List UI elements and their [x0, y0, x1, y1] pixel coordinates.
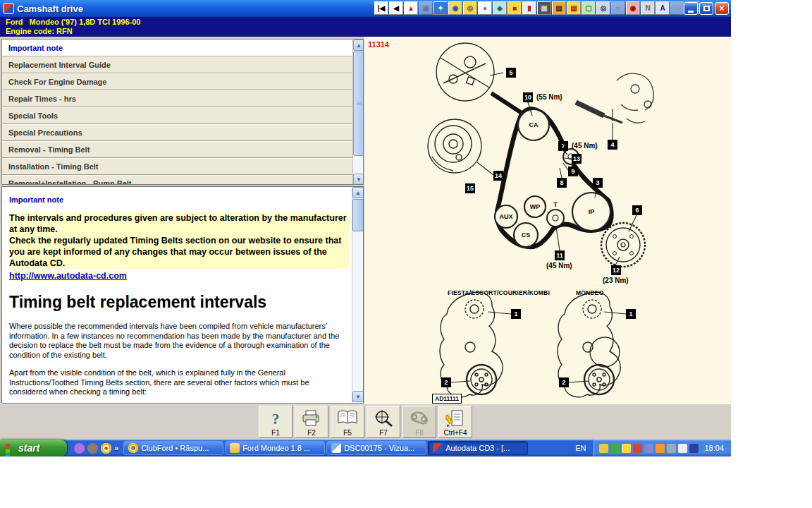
- vehicle-model: Ford Mondeo ('97) 1,8D TCI 1996-00: [6, 18, 731, 27]
- taskbar: start » ClubFord • Răspu...Ford Mondeo 1…: [0, 440, 731, 456]
- window-title: Camshaft drive: [17, 4, 83, 14]
- section-list-item-1[interactable]: Important note: [2, 40, 352, 56]
- tray-mouse-icon[interactable]: [678, 444, 687, 453]
- tray-update-icon[interactable]: [656, 444, 665, 453]
- diagram-callout-14: 14: [493, 171, 503, 181]
- ignition-icon[interactable]: ▤: [552, 1, 566, 15]
- quick-launch-icon-3[interactable]: [101, 443, 111, 454]
- quick-launch-overflow-icon[interactable]: »: [114, 444, 118, 452]
- pulley-label-cs: CS: [522, 231, 531, 238]
- windows-flag-icon: [6, 443, 15, 453]
- electrics-icon[interactable]: N: [641, 1, 655, 15]
- task-button-3[interactable]: DSC00175 - Vizua...: [326, 441, 426, 455]
- important-note-text: The intervals and procedures given are s…: [9, 212, 349, 269]
- article-title: Timing belt replacement intervals: [9, 293, 345, 312]
- engine-photo-icon[interactable]: ▦: [537, 1, 551, 15]
- restore-button[interactable]: [699, 2, 713, 15]
- tyres-icon[interactable]: ●: [478, 1, 492, 15]
- diagram-callout-5: 5: [506, 68, 516, 78]
- diagram-callout-15: 15: [465, 183, 475, 193]
- axle-icon[interactable]: ◎: [596, 1, 610, 15]
- titlebar-toolbar: |◀◀▲▣✦◉◎●◆■▮▦▤▤▢◎~◉NA◌▫: [374, 1, 699, 15]
- window-icon: ▣: [419, 1, 433, 15]
- tray-antivirus-icon[interactable]: [610, 444, 620, 453]
- zoom-f-button[interactable]: F7: [367, 406, 400, 438]
- first-record-icon[interactable]: |◀: [374, 1, 388, 15]
- gears-icon: ◌: [670, 1, 684, 15]
- zoom-icon: [367, 407, 400, 430]
- section-list-item-5[interactable]: Special Tools: [2, 107, 352, 124]
- language-indicator[interactable]: EN: [568, 444, 593, 452]
- section-list-item-2[interactable]: Replacement Interval Guide: [2, 56, 352, 73]
- printer-f-button[interactable]: F2: [295, 406, 328, 438]
- previous-record-icon[interactable]: ◀: [389, 1, 403, 15]
- key-data-icon[interactable]: ▤: [567, 1, 581, 15]
- section-list-item-7[interactable]: Removal - Timing Belt: [2, 141, 352, 158]
- tray-battery-icon[interactable]: [689, 444, 699, 453]
- commercial-icon[interactable]: ■: [508, 1, 522, 15]
- section-list-item-9[interactable]: Removal+Installation - Pump Belt: [2, 175, 352, 185]
- wheel-alignment-icon[interactable]: ◎: [463, 1, 477, 15]
- taskbar-clock: 18:04: [704, 444, 724, 452]
- tray-display-icon[interactable]: [633, 444, 642, 453]
- brakes-icon[interactable]: ◉: [626, 1, 640, 15]
- help-icon: ?: [259, 407, 292, 430]
- diagram-callout-12: 12: [611, 265, 621, 275]
- torque-label: (45 Nm): [572, 142, 598, 150]
- diagram-callout-2: 2: [441, 377, 451, 387]
- section-list-item-8[interactable]: Installation - Timing Belt: [2, 158, 352, 175]
- doors-icon[interactable]: ▮: [522, 1, 536, 15]
- scroll-down-icon[interactable]: ▼: [352, 391, 364, 402]
- diagram-callout-1: 1: [511, 309, 521, 319]
- f-key-label: F2: [295, 430, 328, 437]
- sketch-icon: ~: [611, 1, 625, 15]
- scroll-up-icon[interactable]: ▲: [353, 40, 364, 51]
- tray-volume-icon[interactable]: [667, 444, 676, 453]
- notes-icon: [439, 407, 472, 430]
- book-f-button[interactable]: F5: [331, 406, 364, 438]
- desktop-screen: Camshaft drive |◀◀▲▣✦◉◎●◆■▮▦▤▤▢◎~◉NA◌▫ ×…: [0, 0, 731, 456]
- section-list-item-4[interactable]: Repair Times - hrs: [2, 90, 352, 107]
- scroll-down-icon[interactable]: ▼: [353, 174, 364, 185]
- task-button-2[interactable]: Ford Mondeo 1.8 ...: [225, 441, 325, 455]
- window-controls: ×: [684, 2, 729, 15]
- scrollbar-thumb[interactable]: [353, 52, 364, 156]
- task-button-4[interactable]: Autodata CD3 - [...: [428, 441, 528, 455]
- engine-tools-icon[interactable]: ✦: [433, 1, 448, 15]
- autodata-link[interactable]: http://www.autodata-cd.com: [9, 271, 127, 281]
- torque-label: (23 Nm): [603, 277, 629, 284]
- article-scrollbar[interactable]: ▲ ▼: [352, 187, 364, 403]
- task-label: Ford Mondeo 1.8 ...: [242, 444, 310, 452]
- section-list-scrollbar[interactable]: ▲ ▼: [352, 40, 364, 185]
- tray-folder-icon[interactable]: [599, 444, 608, 453]
- diagram-callout-8: 8: [557, 178, 567, 188]
- quick-launch-icon-1[interactable]: [74, 443, 85, 454]
- minimize-button[interactable]: [684, 2, 698, 15]
- section-list-item-6[interactable]: Special Precautions: [2, 124, 352, 141]
- torque-label: (45 Nm): [546, 262, 572, 270]
- scroll-up-icon[interactable]: ▲: [352, 187, 364, 198]
- pulley-label-wp: WP: [530, 203, 541, 210]
- task-buttons: ClubFord • Răspu...Ford Mondeo 1.8 ...DS…: [123, 441, 529, 455]
- tray-network-icon[interactable]: [644, 444, 653, 453]
- printer-icon: [295, 407, 328, 430]
- svg-text:?: ?: [272, 410, 280, 428]
- bodywork-icon[interactable]: ▢: [582, 1, 596, 15]
- tray-messenger-icon[interactable]: [622, 444, 631, 453]
- quick-launch-icon-2[interactable]: [87, 443, 98, 454]
- airbag-icon[interactable]: A: [656, 1, 670, 15]
- section-list-item-3[interactable]: Check For Engine Damage: [2, 73, 352, 90]
- task-button-1[interactable]: ClubFord • Răspu...: [123, 441, 223, 455]
- window-titlebar: Camshaft drive |◀◀▲▣✦◉◎●◆■▮▦▤▤▢◎~◉NA◌▫ ×: [0, 0, 731, 17]
- service-globe-icon[interactable]: ◉: [448, 1, 462, 15]
- warning-icon[interactable]: ▲: [404, 1, 418, 15]
- diagram-callout-1: 1: [626, 309, 636, 319]
- help-f-button[interactable]: ?F1: [259, 406, 293, 438]
- start-button[interactable]: start: [0, 440, 67, 456]
- task-label: Autodata CD3 - [...: [445, 444, 510, 452]
- scrollbar-thumb[interactable]: [352, 199, 364, 231]
- notes-f-button[interactable]: Ctrl+F4: [438, 406, 472, 438]
- diagram-panel: 11314 510(55 Nm)47(45 Nm)139831415611(45…: [364, 37, 731, 404]
- cooling-icon[interactable]: ◆: [493, 1, 507, 15]
- close-button[interactable]: ×: [715, 2, 729, 15]
